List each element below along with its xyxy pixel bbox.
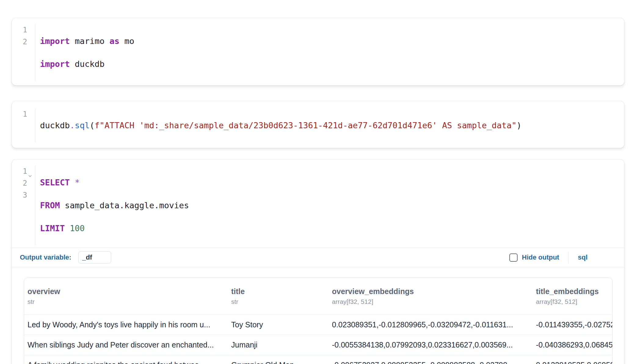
fold-chevron-icon[interactable] <box>28 169 32 181</box>
line-number: 1 <box>12 108 27 120</box>
table-header-row: overview str title str overview_embeddin… <box>24 278 612 315</box>
table-row: A family wedding reignites the ancient f… <box>24 355 612 364</box>
cell-title-embeddings: -0.040386293,0.068451 <box>533 335 613 355</box>
code-line[interactable]: duckdb.sql(f"ATTACH 'md:_share/sample_da… <box>40 119 522 131</box>
line-number: 1 <box>12 24 27 36</box>
table-row: When siblings Judy and Peter discover an… <box>24 335 612 355</box>
cell-title-embeddings: -0.011439355,-0.027527 <box>533 315 613 335</box>
column-type: array[f32, 512] <box>332 297 533 306</box>
cell-title: Toy Story <box>228 315 329 335</box>
code-editor: 1 duckdb.sql(f"ATTACH 'md:_share/sample_… <box>12 101 624 148</box>
line-number: 3 <box>12 189 27 201</box>
column-header-title[interactable]: title str <box>228 286 329 306</box>
code-area[interactable]: import marimo as mo import duckdb <box>35 24 134 81</box>
cell-overview-embeddings: 0.023089351,-0.012809965,-0.03209472,-0.… <box>329 315 533 335</box>
code-line[interactable]: LIMIT 100 <box>40 222 189 234</box>
column-header-title-embeddings[interactable]: title_embeddings array[f32, 512] <box>533 286 613 306</box>
hide-output-checkbox[interactable] <box>509 253 518 262</box>
column-name: title <box>231 286 329 296</box>
output-variable-input[interactable] <box>78 251 111 264</box>
line-number-gutter: 1 <box>12 108 35 142</box>
line-number-text: 1 <box>23 167 27 176</box>
code-area[interactable]: SELECT * FROM sample_data.kaggle.movies … <box>35 166 189 245</box>
code-line[interactable]: SELECT * <box>40 177 189 188</box>
table-row: Led by Woody, Andy's toys live happily i… <box>24 315 612 335</box>
line-number: 1 <box>12 166 27 177</box>
cell-overview-embeddings: -0.0055384138,0.07992093,0.023316627,0.0… <box>329 335 533 355</box>
notebook-page: 1 2 import marimo as mo import duckdb 1 … <box>0 0 637 364</box>
language-badge: sql <box>578 253 588 261</box>
line-number-gutter: 1 2 <box>12 24 35 81</box>
cell-overview: Led by Woody, Andy's toys live happily i… <box>24 315 228 335</box>
code-line[interactable]: FROM sample_data.kaggle.movies <box>40 199 189 211</box>
cell-title: Jumanji <box>228 335 329 355</box>
code-cell-attach: 1 duckdb.sql(f"ATTACH 'md:_share/sample_… <box>12 101 624 148</box>
sql-cell: 1 2 3 SELECT * FROM sample_data.kaggle.m… <box>12 159 624 364</box>
code-line[interactable]: import duckdb <box>40 58 134 70</box>
code-editor: 1 2 3 SELECT * FROM sample_data.kaggle.m… <box>12 159 624 248</box>
line-number-gutter: 1 2 3 <box>12 166 35 245</box>
line-number: 2 <box>12 36 27 48</box>
cell-title-embeddings: 0.0132910535,0.069580 <box>533 355 613 364</box>
cell-title: Grumpier Old Men <box>228 355 329 364</box>
cell-overview: When siblings Judy and Peter discover an… <box>24 335 228 355</box>
column-type: str <box>231 297 329 306</box>
output-variable-row: Output variable: Hide output sql <box>12 248 624 267</box>
column-header-overview-embeddings[interactable]: overview_embeddings array[f32, 512] <box>329 286 533 306</box>
code-line[interactable]: import marimo as mo <box>40 35 134 47</box>
hide-output-control: Hide output <box>509 253 559 262</box>
cell-overview: A family wedding reignites the ancient f… <box>24 355 228 364</box>
code-cell-imports: 1 2 import marimo as mo import duckdb <box>12 18 624 86</box>
column-type: array[f32, 512] <box>536 297 613 306</box>
output-variable-label: Output variable: <box>20 253 71 261</box>
column-name: overview <box>27 286 228 296</box>
hide-output-label: Hide output <box>522 253 559 261</box>
column-name: overview_embeddings <box>332 286 533 296</box>
line-number: 2 <box>12 177 27 189</box>
cell-output-area: overview str title str overview_embeddin… <box>12 267 624 364</box>
column-type: str <box>27 297 228 306</box>
code-editor: 1 2 import marimo as mo import duckdb <box>12 18 624 85</box>
column-name: title_embeddings <box>536 286 613 296</box>
column-header-overview[interactable]: overview str <box>24 286 228 306</box>
cell-overview-embeddings: -0.006752927,0.099952355,-0.009982588,-0… <box>329 355 533 364</box>
vertical-divider <box>568 252 569 263</box>
dataframe-table: overview str title str overview_embeddin… <box>24 278 613 364</box>
code-area[interactable]: duckdb.sql(f"ATTACH 'md:_share/sample_da… <box>35 108 522 142</box>
